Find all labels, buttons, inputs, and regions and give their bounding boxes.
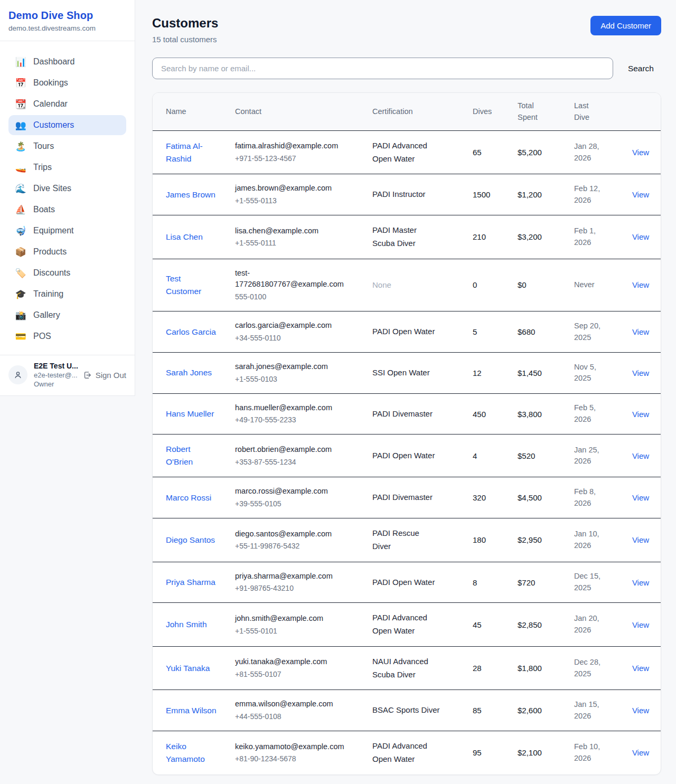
sidebar-item-label: Dive Sites (33, 184, 71, 193)
sidebar-item-discounts[interactable]: 🏷️ Discounts (8, 263, 126, 283)
customer-total-spent: $2,600 (509, 690, 566, 731)
customer-name-link[interactable]: Marco Rossi (166, 492, 211, 504)
sailboat-icon: ⛵ (15, 205, 26, 214)
view-link[interactable]: View (632, 451, 649, 460)
customer-name-link[interactable]: Yuki Tanaka (166, 662, 210, 675)
sign-out-button[interactable]: Sign Out (83, 371, 126, 380)
shop-header: Demo Dive Shop demo.test.divestreams.com (0, 0, 135, 41)
customer-total-spent: $1,800 (509, 646, 566, 690)
customer-dives: 28 (464, 646, 509, 690)
sidebar-item-label: Dashboard (33, 57, 74, 67)
customer-email: yuki.tanaka@example.com (235, 656, 355, 668)
sidebar-item-pos[interactable]: 💳 POS (8, 326, 126, 346)
customer-dives: 45 (464, 603, 509, 647)
sign-out-label: Sign Out (96, 371, 126, 380)
customer-name-link[interactable]: Carlos Garcia (166, 326, 216, 338)
column-header-certification: Certification (364, 93, 464, 130)
customer-dives: 4 (464, 434, 509, 477)
tear-off-calendar-icon: 📆 (15, 100, 26, 109)
search-button[interactable]: Search (628, 64, 654, 73)
view-link[interactable]: View (632, 620, 649, 629)
sidebar-item-dive-sites[interactable]: 🌊 Dive Sites (8, 178, 126, 199)
table-row: Carlos Garcia carlos.garcia@example.com+… (153, 311, 661, 353)
customer-total-spent: $3,200 (509, 215, 566, 259)
customer-certification: PADI Open Water (372, 576, 440, 589)
user-section: E2E Test U... e2e-tester@... Owner Sign … (0, 355, 135, 395)
customer-email: carlos.garcia@example.com (235, 320, 355, 332)
customer-name-link[interactable]: Test Customer (166, 272, 218, 298)
view-link[interactable]: View (632, 148, 649, 157)
main-content: Customers 15 total customers Add Custome… (135, 0, 676, 775)
sidebar-item-products[interactable]: 📦 Products (8, 242, 126, 262)
view-link[interactable]: View (632, 190, 649, 199)
customer-last-dive: Never (566, 259, 621, 311)
add-customer-button[interactable]: Add Customer (590, 16, 661, 35)
package-icon: 📦 (15, 248, 26, 257)
customer-name-link[interactable]: Robert O'Brien (166, 443, 218, 468)
view-link[interactable]: View (632, 369, 649, 377)
customer-last-dive: Feb 8, 2026 (566, 477, 621, 518)
credit-card-icon: 💳 (15, 332, 26, 341)
logout-icon (83, 371, 92, 380)
view-link[interactable]: View (632, 578, 649, 587)
search-row: Search (152, 58, 661, 79)
sidebar-item-calendar[interactable]: 📆 Calendar (8, 94, 126, 114)
view-link[interactable]: View (632, 280, 649, 289)
sidebar-item-equipment[interactable]: 🤿 Equipment (8, 221, 126, 241)
customer-dives: 1500 (464, 174, 509, 215)
customer-phone: +81-555-0107 (235, 669, 355, 680)
customer-name-link[interactable]: Sarah Jones (166, 366, 212, 379)
customer-email: sarah.jones@example.com (235, 361, 355, 373)
sidebar-item-training[interactable]: 🎓 Training (8, 284, 126, 304)
customer-dives: 5 (464, 311, 509, 353)
view-link[interactable]: View (632, 748, 649, 757)
table-header-row: Name Contact Certification Dives Total S… (153, 93, 661, 130)
view-link[interactable]: View (632, 232, 649, 241)
customer-name-link[interactable]: John Smith (166, 618, 207, 631)
view-link[interactable]: View (632, 410, 649, 419)
customer-total-spent: $2,850 (509, 603, 566, 647)
sidebar-item-trips[interactable]: 🚤 Trips (8, 157, 126, 177)
view-link[interactable]: View (632, 535, 649, 544)
sidebar-item-bookings[interactable]: 📅 Bookings (8, 73, 126, 93)
customer-phone: +44-555-0108 (235, 711, 355, 722)
customer-last-dive: Feb 5, 2026 (566, 393, 621, 434)
customer-name-link[interactable]: Emma Wilson (166, 704, 217, 717)
customer-certification: PADI Rescue Diver (372, 527, 440, 553)
table-row: Marco Rossi marco.rossi@example.com+39-5… (153, 477, 661, 518)
customer-name-link[interactable]: Keiko Yamamoto (166, 740, 218, 766)
shop-name: Demo Dive Shop (8, 10, 126, 22)
customer-phone: +39-555-0105 (235, 498, 355, 509)
customer-name-link[interactable]: Hans Mueller (166, 408, 214, 420)
view-link[interactable]: View (632, 706, 649, 715)
customer-name-link[interactable]: James Brown (166, 188, 215, 201)
table-row: Hans Mueller hans.mueller@example.com+49… (153, 393, 661, 434)
search-input[interactable] (152, 58, 613, 79)
customer-email: john.smith@example.com (235, 613, 355, 625)
customer-name-link[interactable]: Lisa Chen (166, 231, 203, 243)
customer-dives: 320 (464, 477, 509, 518)
sidebar-item-customers[interactable]: 👥 Customers (8, 115, 126, 135)
sidebar-item-tours[interactable]: 🏝️ Tours (8, 136, 126, 156)
customer-last-dive: Nov 5, 2025 (566, 352, 621, 393)
customer-name-link[interactable]: Priya Sharma (166, 576, 215, 589)
view-link[interactable]: View (632, 664, 649, 673)
view-link[interactable]: View (632, 493, 649, 502)
customer-certification: PADI Instructor (372, 188, 440, 201)
customer-certification: PADI Master Scuba Diver (372, 224, 440, 250)
table-row: Emma Wilson emma.wilson@example.com+44-5… (153, 690, 661, 731)
sidebar-item-dashboard[interactable]: 📊 Dashboard (8, 52, 126, 72)
customer-certification: None (372, 279, 440, 292)
table-row: Diego Santos diego.santos@example.com+55… (153, 518, 661, 562)
customer-email: james.brown@example.com (235, 183, 355, 194)
sidebar-item-boats[interactable]: ⛵ Boats (8, 200, 126, 220)
customer-total-spent: $0 (509, 259, 566, 311)
sidebar-item-gallery[interactable]: 📸 Gallery (8, 305, 126, 325)
customer-certification: PADI Advanced Open Water (372, 740, 440, 766)
customer-name-link[interactable]: Diego Santos (166, 534, 215, 546)
customer-dives: 0 (464, 259, 509, 311)
view-link[interactable]: View (632, 327, 649, 336)
customer-certification: PADI Divemaster (372, 408, 440, 421)
tag-icon: 🏷️ (15, 269, 26, 278)
customer-name-link[interactable]: Fatima Al-Rashid (166, 140, 218, 165)
